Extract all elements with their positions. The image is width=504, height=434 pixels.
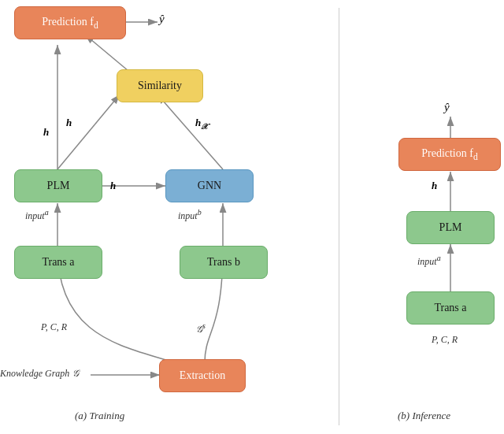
training-plm-label: PLM xyxy=(47,180,70,192)
training-yhat-label: ŷ xyxy=(159,13,165,26)
training-trans-a-box: Trans a xyxy=(14,246,102,279)
gnn-label: GNN xyxy=(198,180,221,192)
trans-b-label: Trans b xyxy=(207,256,240,269)
inference-caption: (b) Inference xyxy=(398,410,450,422)
trans-b-box: Trans b xyxy=(180,246,268,279)
training-input-a-label: inputa xyxy=(25,208,49,222)
svg-line-7 xyxy=(158,95,223,169)
inference-prediction-box: Prediction fd xyxy=(398,138,501,171)
diagram-container: Prediction fd ŷ Similarity h h h𝒳 PLM h … xyxy=(0,0,504,434)
pcr-label-training: P, C, R xyxy=(41,321,67,333)
kg-label: Knowledge Graph 𝒢 xyxy=(0,368,79,380)
pcr-label-inference: P, C, R xyxy=(432,334,458,346)
inference-trans-a-label: Trans a xyxy=(434,302,466,314)
training-prediction-box: Prediction fd xyxy=(14,6,126,39)
inference-plm-box: PLM xyxy=(406,211,495,244)
similarity-label: Similarity xyxy=(138,80,182,92)
extraction-box: Extraction xyxy=(159,359,246,392)
training-prediction-label: Prediction fd xyxy=(42,16,98,31)
divider xyxy=(339,8,339,425)
inference-plm-label: PLM xyxy=(439,221,462,234)
training-input-b-label: inputb xyxy=(178,208,202,222)
h-label-plm-gnn: h xyxy=(110,180,116,192)
h-label-mid: h xyxy=(66,117,72,129)
svg-line-8 xyxy=(57,95,120,169)
hx-label: h𝒳 xyxy=(195,117,207,132)
h-label-left: h xyxy=(43,126,49,139)
inference-trans-a-box: Trans a xyxy=(406,291,495,325)
training-trans-a-label: Trans a xyxy=(42,256,74,269)
inference-h-label: h xyxy=(432,180,437,192)
gnn-box: GNN xyxy=(165,169,254,202)
training-caption: (a) Training xyxy=(75,410,124,422)
similarity-box: Similarity xyxy=(117,69,203,102)
extraction-label: Extraction xyxy=(180,369,225,382)
inference-prediction-label: Prediction fd xyxy=(421,147,478,162)
training-plm-box: PLM xyxy=(14,169,102,202)
gs-label: 𝒢s xyxy=(195,321,206,336)
inference-yhat-label: ŷ xyxy=(444,101,450,114)
inference-input-a-label: inputa xyxy=(417,254,441,268)
